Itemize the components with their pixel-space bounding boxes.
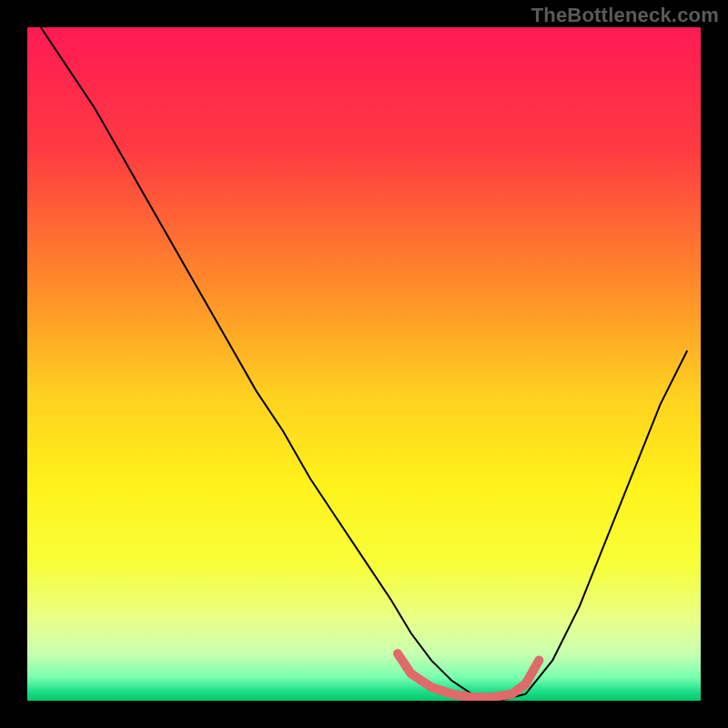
gradient-background bbox=[27, 27, 701, 701]
plot-area bbox=[27, 27, 701, 701]
chart-frame: TheBottleneck.com bbox=[0, 0, 728, 728]
watermark-text: TheBottleneck.com bbox=[531, 4, 719, 27]
chart-svg bbox=[27, 27, 701, 701]
